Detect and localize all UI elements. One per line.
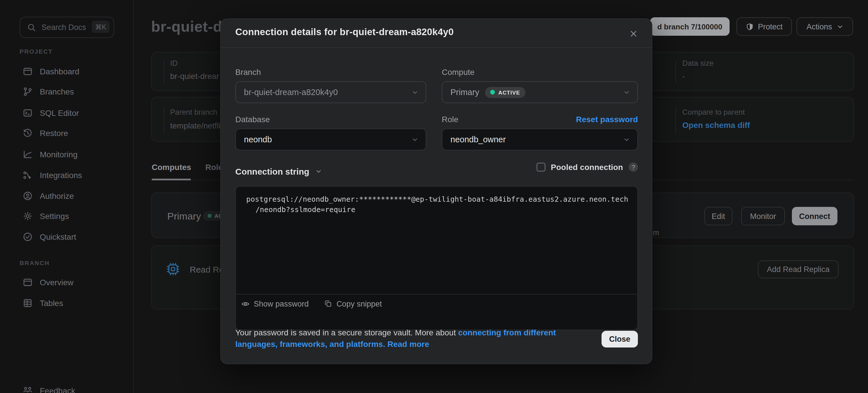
copy-icon [324, 300, 333, 308]
feedback-icon [23, 386, 33, 393]
chevron-down-icon [837, 23, 843, 30]
protect-button[interactable]: Protect [737, 17, 792, 36]
sidebar-item-label: Dashboard [40, 67, 79, 76]
branch-select-value: br-quiet-dream-a820k4y0 [244, 88, 338, 97]
protect-label: Protect [758, 22, 783, 31]
search-placeholder: Search Docs [41, 23, 86, 32]
database-field-label: Database [235, 115, 270, 124]
sidebar-item-quickstart[interactable]: Quickstart [14, 227, 126, 247]
chevron-down-icon [623, 89, 630, 95]
open-schema-diff-link[interactable]: Open schema diff [682, 121, 750, 130]
search-docs-input[interactable]: Search Docs ⌘K [20, 17, 114, 38]
sidebar-item-label: Monitoring [40, 150, 78, 159]
stat-divider [675, 107, 676, 134]
monitor-label: Monitor [750, 212, 776, 221]
sidebar-item-label: Restore [40, 129, 68, 138]
sidebar-item-label: Feedback [40, 386, 75, 393]
actions-button[interactable]: Actions [797, 17, 853, 36]
active-status-dot [490, 90, 495, 95]
branch-count-label: d branch 7/100000 [657, 22, 722, 31]
chevron-down-icon [316, 168, 322, 174]
tab-computes[interactable]: Computes [152, 163, 191, 172]
data-size-label: Data size [682, 59, 713, 67]
compute-desc-fragment: m [653, 228, 659, 237]
add-read-replica-button[interactable]: Add Read Replica [758, 260, 839, 278]
role-field-label: Role [442, 115, 459, 124]
section-label-branch: BRANCH [20, 259, 50, 266]
actions-label: Actions [807, 22, 832, 31]
compute-field-label: Compute [442, 67, 475, 77]
sidebar-item-integrations[interactable]: Integrations [14, 165, 126, 185]
check-circle-icon [23, 232, 33, 242]
eye-icon [241, 299, 250, 308]
close-button-label: Close [609, 335, 630, 343]
connection-string-toggle[interactable]: Connection string [235, 167, 322, 176]
sidebar-item-restore[interactable]: Restore [14, 123, 126, 143]
branch-select[interactable]: br-quiet-dream-a820k4y0 [235, 81, 426, 103]
compute-select-value: Primary [451, 88, 479, 97]
database-select[interactable]: neondb [235, 129, 426, 151]
sidebar-item-feedback[interactable]: Feedback [14, 381, 126, 393]
sidebar-item-monitoring[interactable]: Monitoring [14, 144, 126, 164]
show-password-button[interactable]: Show password [241, 299, 309, 308]
compute-select[interactable]: Primary ACTIVE [442, 81, 638, 103]
connection-string-line1: postgresql://neondb_owner:************@e… [246, 195, 628, 203]
parent-branch-value: template/netfli [170, 121, 220, 130]
sidebar-item-sql-editor[interactable]: SQL Editor [14, 103, 126, 123]
stat-divider [164, 107, 164, 134]
pooled-connection-group: Pooled connection ? [536, 163, 638, 172]
connection-string-label: Connection string [235, 167, 309, 176]
sidebar-item-label: Quickstart [40, 232, 76, 241]
sidebar-item-label: Authorize [40, 191, 74, 200]
role-select[interactable]: neondb_owner [442, 129, 638, 151]
copy-snippet-button[interactable]: Copy snippet [324, 299, 382, 308]
note-text: Your password is saved in a secure stora… [235, 328, 458, 337]
read-more-link[interactable]: Read more [388, 339, 429, 348]
branch-field-label: Branch [235, 67, 261, 77]
sidebar-item-authorize[interactable]: Authorize [14, 186, 126, 206]
password-note: Your password is saved in a secure stora… [235, 327, 594, 350]
parent-branch-label: Parent branch [170, 108, 217, 117]
integrations-icon [23, 170, 33, 181]
sidebar-item-label: Tables [40, 298, 63, 308]
modal-title: Connection details for br-quiet-dream-a8… [235, 27, 454, 37]
app-viewport: Search Docs ⌘K PROJECT Dashboard Branche… [0, 0, 868, 393]
chevron-down-icon [623, 136, 630, 143]
edit-button[interactable]: Edit [704, 207, 733, 225]
close-button[interactable]: Close [601, 331, 638, 348]
connect-button[interactable]: Connect [792, 207, 837, 225]
connection-details-modal: Connection details for br-quiet-dream-a8… [220, 19, 652, 364]
neon-console: Search Docs ⌘K PROJECT Dashboard Branche… [0, 0, 868, 393]
id-value: br-quiet-drear [170, 71, 219, 81]
sidebar-item-dashboard[interactable]: Dashboard [14, 62, 126, 81]
monitor-button[interactable]: Monitor [741, 207, 785, 225]
sidebar-item-settings[interactable]: Settings [14, 206, 126, 226]
shield-icon [746, 22, 754, 31]
sidebar-item-branches[interactable]: Branches [14, 82, 126, 101]
pooled-connection-checkbox[interactable] [536, 163, 546, 172]
compute-name: Primary [167, 211, 201, 223]
section-label-project: PROJECT [20, 48, 53, 55]
connect-label: Connect [799, 212, 830, 221]
active-status-label: ACTIVE [498, 89, 520, 95]
sidebar-item-overview[interactable]: Overview [14, 272, 126, 292]
help-icon[interactable]: ? [629, 163, 638, 172]
branch-count-button[interactable]: d branch 7/100000 [650, 17, 730, 36]
sidebar-item-label: Integrations [40, 170, 82, 180]
close-icon[interactable] [626, 26, 641, 41]
status-dot [208, 214, 212, 218]
sidebar-item-label: Settings [40, 211, 69, 221]
sidebar: Search Docs ⌘K PROJECT Dashboard Branche… [0, 0, 134, 393]
search-icon [27, 23, 36, 32]
tab-active-underline [152, 178, 191, 180]
modal-header-divider [221, 47, 652, 48]
reset-password-link[interactable]: Reset password [576, 115, 638, 124]
edit-label: Edit [712, 212, 725, 221]
data-size-value: - [682, 71, 685, 81]
sidebar-item-label: SQL Editor [40, 108, 79, 118]
branches-icon [23, 87, 33, 97]
chip-icon [165, 262, 181, 276]
chevron-down-icon [412, 136, 418, 143]
sidebar-item-tables[interactable]: Tables [14, 293, 126, 313]
chevron-down-icon [412, 89, 418, 95]
